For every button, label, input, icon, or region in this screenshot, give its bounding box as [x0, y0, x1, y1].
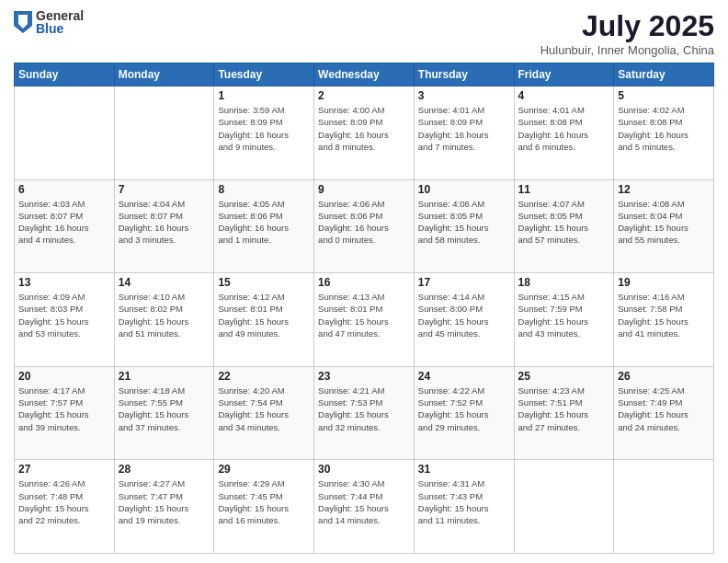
calendar-cell: 23Sunrise: 4:21 AM Sunset: 7:53 PM Dayli…	[314, 366, 415, 460]
day-header-tuesday: Tuesday	[214, 63, 314, 86]
day-number: 28	[119, 463, 210, 476]
day-info: Sunrise: 4:14 AM Sunset: 8:00 PM Dayligh…	[418, 291, 510, 339]
week-row-1: 1Sunrise: 3:59 AM Sunset: 8:09 PM Daylig…	[15, 86, 714, 180]
logo-blue-text: Blue	[36, 22, 84, 35]
day-number: 18	[518, 276, 610, 289]
day-info: Sunrise: 4:21 AM Sunset: 7:53 PM Dayligh…	[318, 385, 410, 433]
day-number: 16	[318, 276, 410, 289]
day-number: 19	[618, 276, 710, 289]
calendar-cell: 15Sunrise: 4:12 AM Sunset: 8:01 PM Dayli…	[214, 273, 314, 367]
calendar-cell: 2Sunrise: 4:00 AM Sunset: 8:09 PM Daylig…	[314, 86, 415, 180]
day-info: Sunrise: 4:27 AM Sunset: 7:47 PM Dayligh…	[119, 477, 210, 526]
week-row-2: 6Sunrise: 4:03 AM Sunset: 8:07 PM Daylig…	[15, 179, 714, 273]
calendar-cell: 26Sunrise: 4:25 AM Sunset: 7:49 PM Dayli…	[614, 366, 714, 460]
logo-text: General Blue	[36, 9, 84, 35]
logo-general-text: General	[36, 9, 84, 22]
calendar-cell: 21Sunrise: 4:18 AM Sunset: 7:55 PM Dayli…	[114, 366, 214, 460]
day-header-sunday: Sunday	[15, 63, 115, 86]
calendar-cell	[614, 460, 714, 554]
week-row-3: 13Sunrise: 4:09 AM Sunset: 8:03 PM Dayli…	[15, 273, 714, 367]
calendar-cell: 19Sunrise: 4:16 AM Sunset: 7:58 PM Dayli…	[614, 273, 714, 367]
day-number: 26	[618, 370, 710, 383]
calendar-cell: 17Sunrise: 4:14 AM Sunset: 8:00 PM Dayli…	[414, 273, 514, 367]
calendar-cell: 31Sunrise: 4:31 AM Sunset: 7:43 PM Dayli…	[414, 460, 514, 554]
day-number: 29	[218, 463, 310, 476]
day-info: Sunrise: 4:22 AM Sunset: 7:52 PM Dayligh…	[418, 385, 510, 433]
calendar-table: SundayMondayTuesdayWednesdayThursdayFrid…	[14, 63, 714, 554]
day-info: Sunrise: 4:16 AM Sunset: 7:58 PM Dayligh…	[618, 291, 710, 339]
calendar-cell: 11Sunrise: 4:07 AM Sunset: 8:05 PM Dayli…	[514, 179, 614, 273]
day-info: Sunrise: 4:07 AM Sunset: 8:05 PM Dayligh…	[518, 198, 610, 247]
day-info: Sunrise: 4:01 AM Sunset: 8:08 PM Dayligh…	[518, 104, 610, 153]
day-info: Sunrise: 3:59 AM Sunset: 8:09 PM Dayligh…	[218, 104, 310, 153]
day-header-thursday: Thursday	[414, 63, 514, 86]
page: General Blue July 2025 Hulunbuir, Inner …	[0, 0, 728, 563]
day-number: 8	[218, 183, 310, 196]
title-block: July 2025 Hulunbuir, Inner Mongolia, Chi…	[540, 9, 714, 57]
day-number: 9	[318, 183, 410, 196]
day-info: Sunrise: 4:23 AM Sunset: 7:51 PM Dayligh…	[518, 385, 610, 433]
calendar-cell: 5Sunrise: 4:02 AM Sunset: 8:08 PM Daylig…	[614, 86, 714, 180]
calendar-cell	[114, 86, 214, 180]
logo: General Blue	[14, 9, 84, 35]
calendar-cell: 22Sunrise: 4:20 AM Sunset: 7:54 PM Dayli…	[214, 366, 314, 460]
day-info: Sunrise: 4:20 AM Sunset: 7:54 PM Dayligh…	[218, 385, 310, 433]
day-number: 7	[119, 183, 210, 196]
day-info: Sunrise: 4:25 AM Sunset: 7:49 PM Dayligh…	[618, 385, 710, 433]
day-header-saturday: Saturday	[614, 63, 714, 86]
day-number: 22	[218, 370, 310, 383]
day-number: 10	[418, 183, 510, 196]
calendar-cell: 1Sunrise: 3:59 AM Sunset: 8:09 PM Daylig…	[214, 86, 314, 180]
day-number: 25	[518, 370, 610, 383]
calendar-cell: 16Sunrise: 4:13 AM Sunset: 8:01 PM Dayli…	[314, 273, 415, 367]
calendar-cell: 7Sunrise: 4:04 AM Sunset: 8:07 PM Daylig…	[114, 179, 214, 273]
week-row-4: 20Sunrise: 4:17 AM Sunset: 7:57 PM Dayli…	[15, 366, 714, 460]
calendar-cell: 12Sunrise: 4:08 AM Sunset: 8:04 PM Dayli…	[614, 179, 714, 273]
calendar-cell	[514, 460, 614, 554]
calendar-cell: 13Sunrise: 4:09 AM Sunset: 8:03 PM Dayli…	[15, 273, 115, 367]
day-info: Sunrise: 4:06 AM Sunset: 8:05 PM Dayligh…	[418, 198, 510, 247]
calendar-cell: 8Sunrise: 4:05 AM Sunset: 8:06 PM Daylig…	[214, 179, 314, 273]
day-number: 14	[119, 276, 210, 289]
logo-icon	[14, 11, 32, 33]
main-title: July 2025	[540, 9, 714, 43]
calendar-cell: 18Sunrise: 4:15 AM Sunset: 7:59 PM Dayli…	[514, 273, 614, 367]
calendar-cell	[15, 86, 115, 180]
subtitle: Hulunbuir, Inner Mongolia, China	[540, 43, 714, 57]
calendar-cell: 9Sunrise: 4:06 AM Sunset: 8:06 PM Daylig…	[314, 179, 415, 273]
day-number: 17	[418, 276, 510, 289]
header: General Blue July 2025 Hulunbuir, Inner …	[14, 9, 714, 57]
week-row-5: 27Sunrise: 4:26 AM Sunset: 7:48 PM Dayli…	[15, 460, 714, 554]
day-number: 3	[418, 89, 510, 102]
calendar-cell: 4Sunrise: 4:01 AM Sunset: 8:08 PM Daylig…	[514, 86, 614, 180]
day-info: Sunrise: 4:09 AM Sunset: 8:03 PM Dayligh…	[18, 291, 110, 339]
day-info: Sunrise: 4:01 AM Sunset: 8:09 PM Dayligh…	[418, 104, 510, 153]
day-number: 21	[119, 370, 210, 383]
day-header-monday: Monday	[114, 63, 214, 86]
day-number: 15	[218, 276, 310, 289]
day-number: 24	[418, 370, 510, 383]
day-number: 6	[18, 183, 110, 196]
day-info: Sunrise: 4:02 AM Sunset: 8:08 PM Dayligh…	[618, 104, 710, 153]
day-info: Sunrise: 4:08 AM Sunset: 8:04 PM Dayligh…	[618, 198, 710, 247]
day-number: 5	[618, 89, 710, 102]
calendar-header-row: SundayMondayTuesdayWednesdayThursdayFrid…	[15, 63, 714, 86]
day-number: 1	[218, 89, 310, 102]
calendar-cell: 10Sunrise: 4:06 AM Sunset: 8:05 PM Dayli…	[414, 179, 514, 273]
day-info: Sunrise: 4:03 AM Sunset: 8:07 PM Dayligh…	[18, 198, 110, 247]
calendar-cell: 20Sunrise: 4:17 AM Sunset: 7:57 PM Dayli…	[15, 366, 115, 460]
calendar-cell: 24Sunrise: 4:22 AM Sunset: 7:52 PM Dayli…	[414, 366, 514, 460]
calendar-cell: 6Sunrise: 4:03 AM Sunset: 8:07 PM Daylig…	[15, 179, 115, 273]
day-info: Sunrise: 4:30 AM Sunset: 7:44 PM Dayligh…	[318, 477, 410, 526]
day-number: 20	[18, 370, 110, 383]
day-header-wednesday: Wednesday	[314, 63, 415, 86]
day-number: 4	[518, 89, 610, 102]
day-info: Sunrise: 4:04 AM Sunset: 8:07 PM Dayligh…	[119, 198, 210, 247]
day-number: 30	[318, 463, 410, 476]
calendar-body: 1Sunrise: 3:59 AM Sunset: 8:09 PM Daylig…	[15, 86, 714, 554]
day-info: Sunrise: 4:06 AM Sunset: 8:06 PM Dayligh…	[318, 198, 410, 247]
day-info: Sunrise: 4:15 AM Sunset: 7:59 PM Dayligh…	[518, 291, 610, 339]
day-number: 2	[318, 89, 410, 102]
day-info: Sunrise: 4:13 AM Sunset: 8:01 PM Dayligh…	[318, 291, 410, 339]
calendar-cell: 28Sunrise: 4:27 AM Sunset: 7:47 PM Dayli…	[114, 460, 214, 554]
